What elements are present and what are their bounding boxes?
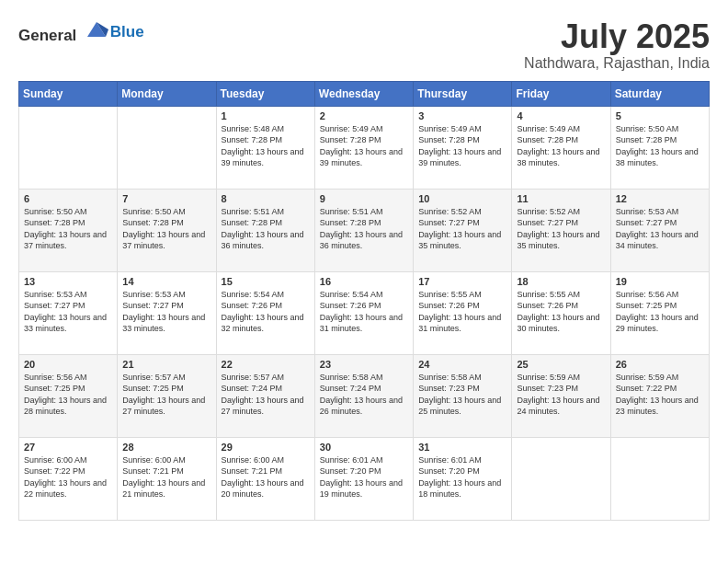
day-info: Sunrise: 5:54 AM Sunset: 7:26 PM Dayligh… [222, 289, 310, 335]
day-number: 15 [222, 276, 310, 287]
calendar-cell: 6 Sunrise: 5:50 AM Sunset: 7:28 PM Dayli… [19, 189, 118, 271]
sunrise-text: Sunrise: 5:50 AM [122, 207, 186, 216]
daylight-text: Daylight: 13 hours and 38 minutes. [517, 147, 599, 168]
calendar-cell: 5 Sunrise: 5:50 AM Sunset: 7:28 PM Dayli… [610, 106, 709, 189]
sunrise-text: Sunrise: 6:00 AM [24, 455, 87, 465]
day-info: Sunrise: 6:01 AM Sunset: 7:20 PM Dayligh… [418, 454, 506, 500]
calendar-cell: 12 Sunrise: 5:53 AM Sunset: 7:27 PM Dayl… [610, 189, 709, 271]
day-number: 8 [222, 193, 310, 204]
calendar-cell [118, 106, 216, 189]
calendar-cell: 13 Sunrise: 5:53 AM Sunset: 7:27 PM Dayl… [19, 271, 118, 354]
day-number: 14 [122, 276, 210, 287]
day-info: Sunrise: 5:55 AM Sunset: 7:26 PM Dayligh… [517, 289, 605, 335]
day-info: Sunrise: 5:58 AM Sunset: 7:23 PM Dayligh… [418, 372, 506, 418]
sunset-text: Sunset: 7:26 PM [320, 301, 381, 310]
sunset-text: Sunset: 7:28 PM [418, 135, 480, 144]
day-info: Sunrise: 5:49 AM Sunset: 7:28 PM Dayligh… [517, 123, 605, 169]
day-info: Sunrise: 5:51 AM Sunset: 7:28 PM Dayligh… [320, 206, 408, 252]
day-info: Sunrise: 6:01 AM Sunset: 7:20 PM Dayligh… [320, 454, 408, 500]
daylight-text: Daylight: 13 hours and 20 minutes. [222, 478, 304, 500]
daylight-text: Daylight: 13 hours and 35 minutes. [517, 230, 599, 251]
calendar-cell: 15 Sunrise: 5:54 AM Sunset: 7:26 PM Dayl… [216, 271, 314, 354]
daylight-text: Daylight: 13 hours and 37 minutes. [122, 230, 205, 251]
daylight-text: Daylight: 13 hours and 29 minutes. [616, 313, 699, 334]
daylight-text: Daylight: 13 hours and 35 minutes. [418, 230, 501, 251]
day-number: 22 [222, 359, 310, 370]
daylight-text: Daylight: 13 hours and 39 minutes. [320, 147, 403, 168]
day-number: 9 [320, 193, 408, 204]
sunrise-text: Sunrise: 5:59 AM [616, 373, 679, 382]
week-row-5: 27 Sunrise: 6:00 AM Sunset: 7:22 PM Dayl… [19, 437, 710, 520]
sunrise-text: Sunrise: 5:51 AM [320, 207, 383, 216]
sunset-text: Sunset: 7:22 PM [24, 466, 85, 476]
week-row-1: 1 Sunrise: 5:48 AM Sunset: 7:28 PM Dayli… [19, 106, 710, 189]
logo-text-general: General [18, 27, 76, 44]
sunset-text: Sunset: 7:28 PM [122, 218, 184, 227]
day-info: Sunrise: 5:56 AM Sunset: 7:25 PM Dayligh… [24, 372, 112, 418]
daylight-text: Daylight: 13 hours and 31 minutes. [418, 313, 501, 334]
sunrise-text: Sunrise: 6:01 AM [320, 455, 383, 465]
sunrise-text: Sunrise: 5:49 AM [320, 124, 383, 133]
sunrise-text: Sunrise: 5:54 AM [222, 290, 285, 299]
daylight-text: Daylight: 13 hours and 22 minutes. [24, 478, 107, 500]
day-info: Sunrise: 5:49 AM Sunset: 7:28 PM Dayligh… [320, 123, 408, 169]
sunset-text: Sunset: 7:21 PM [222, 466, 283, 476]
calendar-cell: 7 Sunrise: 5:50 AM Sunset: 7:28 PM Dayli… [118, 189, 216, 271]
sunrise-text: Sunrise: 5:57 AM [122, 373, 186, 382]
daylight-text: Daylight: 13 hours and 30 minutes. [517, 313, 599, 334]
week-row-3: 13 Sunrise: 5:53 AM Sunset: 7:27 PM Dayl… [19, 271, 710, 354]
day-number: 20 [24, 359, 112, 370]
calendar-cell [610, 437, 709, 520]
daylight-text: Daylight: 13 hours and 26 minutes. [320, 396, 403, 417]
sunrise-text: Sunrise: 6:00 AM [122, 455, 186, 465]
daylight-text: Daylight: 13 hours and 28 minutes. [24, 396, 107, 417]
daylight-text: Daylight: 13 hours and 32 minutes. [222, 313, 304, 334]
week-row-2: 6 Sunrise: 5:50 AM Sunset: 7:28 PM Dayli… [19, 189, 710, 271]
calendar-cell: 21 Sunrise: 5:57 AM Sunset: 7:25 PM Dayl… [118, 354, 216, 437]
day-info: Sunrise: 5:53 AM Sunset: 7:27 PM Dayligh… [24, 289, 112, 335]
column-header-monday: Monday [118, 81, 216, 106]
daylight-text: Daylight: 13 hours and 24 minutes. [517, 396, 599, 417]
day-number: 25 [517, 359, 605, 370]
sunrise-text: Sunrise: 5:58 AM [320, 373, 383, 382]
day-info: Sunrise: 5:55 AM Sunset: 7:26 PM Dayligh… [418, 289, 506, 335]
calendar-cell: 19 Sunrise: 5:56 AM Sunset: 7:25 PM Dayl… [610, 271, 709, 354]
day-number: 11 [517, 193, 605, 204]
day-info: Sunrise: 5:54 AM Sunset: 7:26 PM Dayligh… [320, 289, 408, 335]
calendar-cell: 20 Sunrise: 5:56 AM Sunset: 7:25 PM Dayl… [19, 354, 118, 437]
daylight-text: Daylight: 13 hours and 21 minutes. [122, 478, 205, 500]
column-header-thursday: Thursday [414, 81, 512, 106]
sunset-text: Sunset: 7:27 PM [517, 218, 578, 227]
sunrise-text: Sunrise: 5:54 AM [320, 290, 383, 299]
day-info: Sunrise: 5:53 AM Sunset: 7:27 PM Dayligh… [616, 206, 704, 252]
page-header: General Blue July 2025 Nathdwara, Rajast… [18, 18, 710, 72]
sunset-text: Sunset: 7:22 PM [616, 384, 677, 393]
week-row-4: 20 Sunrise: 5:56 AM Sunset: 7:25 PM Dayl… [19, 354, 710, 437]
calendar-cell: 2 Sunrise: 5:49 AM Sunset: 7:28 PM Dayli… [314, 106, 413, 189]
sunset-text: Sunset: 7:20 PM [418, 466, 480, 476]
sunrise-text: Sunrise: 5:53 AM [616, 207, 679, 216]
month-year-title: July 2025 [524, 18, 710, 55]
sunset-text: Sunset: 7:21 PM [122, 466, 184, 476]
day-info: Sunrise: 5:58 AM Sunset: 7:24 PM Dayligh… [320, 372, 408, 418]
sunrise-text: Sunrise: 5:51 AM [222, 207, 285, 216]
day-number: 27 [24, 442, 112, 453]
logo-icon [83, 18, 110, 40]
sunset-text: Sunset: 7:25 PM [122, 384, 184, 393]
sunrise-text: Sunrise: 5:52 AM [517, 207, 580, 216]
day-number: 10 [418, 193, 506, 204]
day-number: 30 [320, 442, 408, 453]
daylight-text: Daylight: 13 hours and 39 minutes. [222, 147, 304, 168]
calendar-cell [19, 106, 118, 189]
day-info: Sunrise: 5:59 AM Sunset: 7:22 PM Dayligh… [616, 372, 704, 418]
sunrise-text: Sunrise: 6:01 AM [418, 455, 482, 465]
day-info: Sunrise: 5:57 AM Sunset: 7:24 PM Dayligh… [222, 372, 310, 418]
day-number: 23 [320, 359, 408, 370]
calendar-cell: 4 Sunrise: 5:49 AM Sunset: 7:28 PM Dayli… [512, 106, 610, 189]
daylight-text: Daylight: 13 hours and 36 minutes. [222, 230, 304, 251]
title-area: July 2025 Nathdwara, Rajasthan, India [524, 18, 710, 72]
sunset-text: Sunset: 7:28 PM [616, 135, 677, 144]
sunset-text: Sunset: 7:26 PM [418, 301, 480, 310]
calendar-cell [512, 437, 610, 520]
day-info: Sunrise: 5:48 AM Sunset: 7:28 PM Dayligh… [222, 123, 310, 169]
